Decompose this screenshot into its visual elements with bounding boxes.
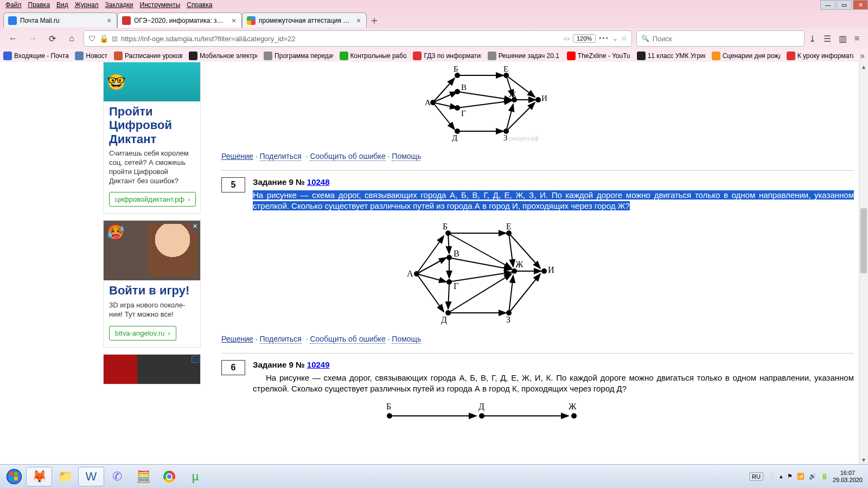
tray-volume-icon[interactable]: 🔊 — [809, 473, 816, 480]
separator — [221, 170, 854, 171]
reader-mode-icon[interactable]: ▭ — [564, 35, 570, 42]
taskbar-firefox[interactable]: 🦊 — [26, 467, 52, 486]
vertical-scrollbar[interactable]: ▴ ▾ — [859, 62, 868, 464]
appmenu-icon[interactable]: ≡ — [854, 34, 859, 44]
graph-diagram-top: А Б В Г Д Е Ж З И решуегэ.рф — [422, 62, 563, 143]
ad-game[interactable]: 🥵 ✕ Войти в иг­ру! 3D игра нового поколе… — [103, 220, 201, 347]
help-link[interactable]: Помощь — [392, 152, 421, 161]
address-bar[interactable]: 🛡 🔒 ▤ https://inf-oge.sdamgia.ru/test?fi… — [84, 30, 632, 47]
zoom-indicator[interactable]: 120% — [573, 34, 596, 43]
svg-point-18 — [503, 73, 509, 78]
save-pocket-icon[interactable]: ⌄ — [612, 35, 618, 42]
menu-edit[interactable]: Правка — [28, 1, 50, 9]
forward-button[interactable]: → — [25, 31, 40, 46]
tab-1[interactable]: ОГЭ−2020, информатика: задания, × — [117, 12, 242, 28]
tray-network-icon[interactable]: 📶 — [797, 473, 805, 480]
ad-close-button[interactable]: ✕ — [190, 222, 199, 230]
left-sidebar: 🤓 Пройти Цифровой Диктант Считаешь себя … — [103, 62, 201, 391]
tab-0-close[interactable]: × — [105, 16, 113, 25]
tab-1-close[interactable]: × — [229, 16, 238, 25]
menu-history[interactable]: Журнал — [75, 1, 99, 9]
clock[interactable]: 16:07 29.03.2020 — [833, 470, 863, 483]
bookmark-4[interactable]: Программа передач... — [264, 52, 333, 60]
svg-point-55 — [506, 230, 512, 236]
taskbar-explorer[interactable]: 📁 — [52, 467, 78, 486]
bookmark-1[interactable]: Новости — [75, 52, 107, 60]
svg-text:Б: Б — [443, 222, 448, 231]
reload-button[interactable]: ⟳ — [44, 31, 60, 46]
share-link[interactable]: Поделиться — [260, 335, 302, 344]
taskbar-viber[interactable]: ✆ — [104, 467, 130, 486]
menu-bookmarks[interactable]: Закладки — [105, 1, 133, 9]
tray-help-icon[interactable]: ❔ — [768, 473, 775, 480]
tray-overflow-icon[interactable]: ▴ — [780, 473, 783, 480]
library-icon[interactable]: ☰ — [824, 34, 831, 44]
tab-0[interactable]: Почта Mail.ru × — [3, 12, 117, 28]
menu-file[interactable]: Файл — [5, 1, 22, 9]
sdamgia-favicon-icon — [122, 16, 131, 25]
taskbar-utorrent[interactable]: µ — [182, 467, 208, 486]
taskbar-chrome[interactable] — [156, 467, 182, 486]
solution-link[interactable]: Решение — [221, 335, 253, 343]
report-link[interactable]: Сообщить об ошибке — [310, 335, 385, 344]
ad-bottom[interactable]: ▷ — [103, 354, 201, 384]
lock-icon[interactable]: 🔒 — [99, 34, 108, 43]
search-input[interactable] — [653, 35, 800, 43]
window-maximize-button[interactable]: ▭ — [837, 0, 852, 10]
page-actions-icon[interactable]: ••• — [599, 35, 609, 42]
svg-text:Б: Б — [386, 402, 391, 411]
ad-choices-icon[interactable]: ▷ — [192, 356, 199, 363]
bookmark-7[interactable]: Решение задач 20.1 (... — [488, 52, 560, 60]
back-button[interactable]: ← — [5, 31, 21, 46]
scroll-down-button[interactable]: ▾ — [859, 455, 868, 464]
search-box[interactable]: 🔍 — [636, 30, 805, 47]
scroll-thumb[interactable] — [860, 208, 867, 273]
taskbar-word[interactable]: W — [78, 467, 104, 486]
home-button[interactable]: ⌂ — [64, 31, 79, 46]
taskbar-calculator[interactable]: 🧮 — [130, 467, 156, 486]
tab-2-close[interactable]: × — [354, 16, 363, 25]
bookmark-8[interactable]: TheZxline - YouTube — [567, 52, 630, 60]
window-close-button[interactable]: ✕ — [853, 0, 868, 10]
bookmark-11[interactable]: К уроку информати... — [787, 52, 853, 60]
bookmarks-overflow-icon[interactable]: » — [860, 51, 865, 61]
ad-link[interactable]: bitva-angelov.ru — [109, 326, 176, 341]
task-id-link[interactable]: 10248 — [307, 177, 330, 187]
permissions-icon[interactable]: ▤ — [112, 35, 118, 42]
bookmark-9[interactable]: 11 класс УМК Угрин... — [637, 52, 705, 60]
svg-point-72 — [571, 413, 577, 419]
bookmark-10[interactable]: Сценарии дня рожд... — [712, 52, 780, 60]
bookmark-0[interactable]: Входящие - Почта ... — [3, 52, 68, 60]
tray-battery-icon[interactable]: 🔋 — [821, 473, 828, 480]
tab-1-label: ОГЭ−2020, информатика: задания, — [134, 17, 226, 24]
bookmark-6[interactable]: ГДЗ по информатик... — [413, 52, 481, 60]
start-button[interactable] — [2, 467, 26, 486]
svg-point-53 — [446, 279, 452, 285]
menu-help[interactable]: Справка — [187, 1, 212, 9]
scroll-up-button[interactable]: ▴ — [859, 62, 868, 71]
window-minimize-button[interactable]: — — [820, 0, 835, 10]
bookmark-3[interactable]: Мобильное электро... — [189, 52, 257, 60]
language-indicator[interactable]: RU — [749, 472, 763, 481]
downloads-icon[interactable]: ⤓ — [809, 34, 816, 44]
ad-title: Пройти Цифровой Диктант — [104, 101, 200, 147]
new-tab-button[interactable]: ＋ — [367, 12, 382, 28]
share-link[interactable]: Поделиться — [260, 152, 302, 161]
tab-2-label: промежуточная аттестация 9 клас — [259, 17, 351, 24]
solution-link[interactable]: Решение — [221, 152, 253, 160]
bookmark-5[interactable]: Контрольные работ... — [340, 52, 407, 60]
task-id-link[interactable]: 10249 — [307, 360, 330, 369]
svg-text:И: И — [541, 94, 547, 102]
ad-link[interactable]: цифровойдиктант.рф — [109, 192, 196, 207]
help-link[interactable]: Помощь — [392, 335, 421, 344]
tracking-shield-icon[interactable]: 🛡 — [88, 34, 96, 43]
menu-tools[interactable]: Инструменты — [140, 1, 181, 9]
tab-2[interactable]: промежуточная аттестация 9 клас × — [242, 12, 367, 28]
report-link[interactable]: Сообщить об ошибке — [310, 152, 385, 161]
sidebar-icon[interactable]: ▥ — [839, 34, 847, 44]
ad-digital-dictation[interactable]: 🤓 Пройти Цифровой Диктант Считаешь себя … — [103, 62, 201, 214]
bookmark-2[interactable]: Расписание уроков ... — [114, 52, 182, 60]
tray-flag-icon[interactable]: ⚑ — [787, 473, 793, 480]
bookmark-star-icon[interactable]: ☆ — [621, 35, 627, 42]
menu-view[interactable]: Вид — [56, 1, 68, 9]
